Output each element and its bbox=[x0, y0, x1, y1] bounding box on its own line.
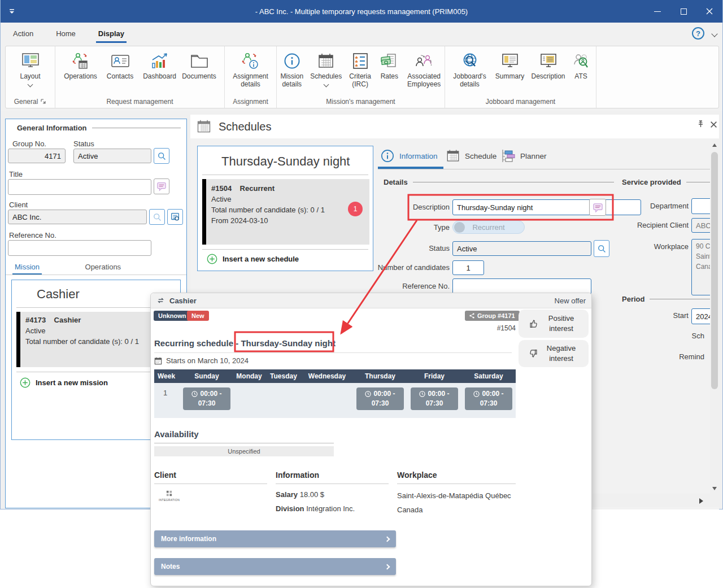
client-search-button[interactable] bbox=[149, 209, 165, 225]
starts-on-text: Starts on March 10, 2024 bbox=[166, 356, 249, 365]
shift-chip-friday[interactable]: 00:00 -07:30 bbox=[411, 387, 458, 410]
description-comment-button[interactable] bbox=[589, 199, 606, 216]
dialog-launcher-icon[interactable] bbox=[41, 99, 46, 104]
assignment-details-icon bbox=[241, 51, 260, 71]
recurring-schedule-name: Thursday-Sunday night bbox=[241, 338, 336, 348]
panel-close-button[interactable] bbox=[710, 120, 717, 130]
plus-circle-icon bbox=[207, 254, 217, 264]
help-button[interactable]: ? bbox=[692, 27, 704, 40]
mission-selected-bar bbox=[16, 312, 20, 367]
title-comment-button[interactable] bbox=[154, 178, 169, 194]
schedule-status: Active bbox=[211, 194, 347, 205]
insert-new-mission-label: Insert a new mission bbox=[36, 378, 108, 387]
calendar-icon bbox=[446, 149, 460, 163]
schedule-status-label: Status bbox=[374, 244, 450, 252]
scroll-up-arrow-icon[interactable] bbox=[712, 143, 717, 147]
description-field[interactable] bbox=[452, 199, 641, 215]
ribbon-button-label: Criteria (IRC) bbox=[345, 73, 376, 89]
close-icon bbox=[706, 8, 713, 15]
pin-button[interactable] bbox=[696, 120, 704, 130]
ribbon-button-label: Rates bbox=[381, 73, 398, 81]
toggle-knob bbox=[454, 222, 465, 233]
client-open-record-button[interactable] bbox=[167, 209, 183, 225]
insert-new-schedule-button[interactable]: Insert a new schedule bbox=[207, 254, 299, 264]
scroll-right-arrow-icon[interactable] bbox=[699, 498, 703, 504]
tab-mission[interactable]: Mission bbox=[11, 263, 43, 271]
calendar-small-icon bbox=[154, 357, 162, 365]
schedule-reference-label: Reference No. bbox=[374, 282, 450, 290]
job-offer-popup: Cashier New offer Unknown New Group #417… bbox=[150, 293, 592, 586]
tab-information[interactable]: Information bbox=[380, 149, 438, 163]
ribbon-button-label: Documents bbox=[182, 73, 216, 81]
ribbon-button-label: Assignment details bbox=[228, 73, 273, 89]
scrollbar-thumb[interactable] bbox=[711, 152, 718, 389]
status-field[interactable] bbox=[73, 149, 151, 163]
number-of-candidates-field[interactable] bbox=[452, 260, 484, 275]
shift-time-end: 07:30 bbox=[480, 399, 498, 408]
col-week: Week bbox=[154, 372, 181, 380]
detail-tabbar-divider bbox=[378, 169, 711, 169]
shift-week-table: Week Sunday Monday Tuesday Wednesday Thu… bbox=[154, 369, 516, 418]
ribbon-button-label: Mission details bbox=[277, 73, 307, 89]
title-field[interactable] bbox=[8, 179, 151, 195]
notes-bar[interactable]: Notes bbox=[154, 558, 396, 575]
vertical-scrollbar[interactable] bbox=[710, 140, 719, 494]
minimize-button[interactable] bbox=[644, 0, 670, 23]
close-button[interactable] bbox=[696, 0, 722, 23]
client-field[interactable] bbox=[8, 210, 147, 224]
positive-interest-button[interactable]: Positive interest bbox=[519, 310, 589, 338]
tab-planner[interactable]: Planner bbox=[501, 149, 547, 163]
chevron-right-icon bbox=[385, 564, 390, 569]
clock-icon bbox=[419, 391, 425, 397]
schedule-status-search-button[interactable] bbox=[594, 240, 609, 257]
new-offer-label[interactable]: New offer bbox=[555, 297, 586, 305]
schedule-from-date: From 2024-03-10 bbox=[211, 216, 347, 227]
schedule-status-field[interactable] bbox=[452, 241, 591, 256]
info-circle-icon bbox=[283, 51, 301, 71]
type-toggle[interactable]: Recurrent bbox=[452, 220, 525, 234]
type-value: Recurrent bbox=[472, 223, 504, 232]
shift-chip-thursday[interactable]: 00:00 -07:30 bbox=[356, 387, 404, 410]
group-no-field[interactable] bbox=[8, 149, 66, 163]
shift-chip-saturday[interactable]: 00:00 -07:30 bbox=[465, 387, 512, 410]
mission-card-title: Cashier bbox=[37, 287, 80, 302]
tab-display[interactable]: Display bbox=[87, 23, 136, 44]
negative-interest-button[interactable]: Negative interest bbox=[519, 340, 589, 367]
period-schedule-label: Sch bbox=[620, 332, 704, 340]
planner-gantt-icon bbox=[501, 149, 516, 163]
more-information-bar[interactable]: More information bbox=[154, 530, 396, 547]
ats-people-search-icon bbox=[572, 51, 591, 71]
week-table-row: 1 00:00 -07:30 00:00 -07:30 00:00 -07:30… bbox=[154, 383, 516, 418]
schedule-list-item[interactable]: #1504 Recurrent Active Total number of c… bbox=[202, 179, 369, 245]
schedule-reference-field[interactable] bbox=[452, 278, 591, 294]
negative-interest-label: Negative interest bbox=[544, 343, 579, 363]
ribbon-button-label: Dashboard bbox=[143, 73, 176, 81]
col-saturday: Saturday bbox=[461, 372, 516, 380]
workplace-label: Workplace bbox=[620, 242, 689, 251]
tab-home[interactable]: Home bbox=[45, 23, 87, 44]
comment-bubble-icon bbox=[156, 181, 167, 191]
notes-label: Notes bbox=[161, 563, 180, 570]
tab-schedule-label: Schedule bbox=[465, 152, 496, 160]
tab-action[interactable]: Action bbox=[2, 23, 45, 44]
scroll-down-arrow-icon[interactable] bbox=[712, 487, 717, 490]
ribbon-group-general: Layout General bbox=[6, 46, 55, 108]
popup-title: Cashier bbox=[169, 297, 197, 305]
workplace-address: Saint-Alexis-de-Matapédia Québec Canada bbox=[397, 489, 519, 517]
shift-time-start: 00:00 - bbox=[428, 389, 449, 399]
col-monday: Monday bbox=[232, 372, 266, 380]
help-icon: ? bbox=[696, 29, 700, 38]
tab-schedule[interactable]: Schedule bbox=[446, 149, 496, 163]
reference-no-field[interactable] bbox=[8, 240, 151, 256]
insert-new-mission-button[interactable]: Insert a new mission bbox=[20, 377, 108, 388]
menu-bar: Action Home Display bbox=[1, 23, 722, 44]
ribbon-group-label: General bbox=[14, 98, 38, 106]
shift-time-end: 07:30 bbox=[198, 399, 216, 408]
tab-operations[interactable]: Operations bbox=[82, 263, 125, 271]
shift-chip-sunday[interactable]: 00:00 -07:30 bbox=[183, 387, 230, 410]
status-search-button[interactable] bbox=[154, 148, 169, 164]
clock-icon bbox=[365, 391, 371, 397]
maximize-button[interactable] bbox=[670, 0, 696, 23]
schedule-selected-bar bbox=[202, 179, 206, 245]
title-bar: - ABC Inc. - Multiple temporary requests… bbox=[1, 0, 722, 23]
